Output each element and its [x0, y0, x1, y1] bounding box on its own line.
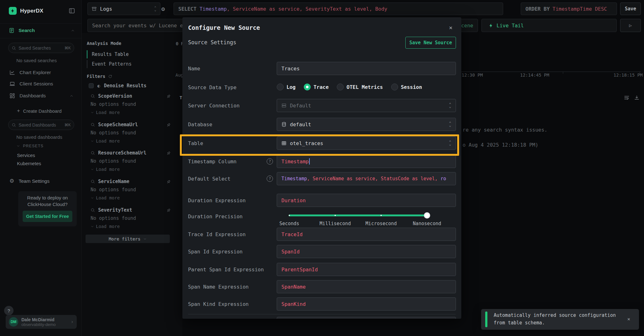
default-select-rest: , ServiceName as service, StatusCode as … — [307, 176, 440, 182]
pin-icon[interactable] — [166, 94, 171, 99]
load-more-button[interactable]: Load more — [91, 138, 175, 144]
clipped-input[interactable] — [277, 317, 456, 319]
table-select[interactable]: otel_traces ⌃⌄ — [277, 137, 456, 150]
radio-session[interactable]: Session — [391, 84, 422, 90]
mode-results-table[interactable]: Results Table — [87, 50, 129, 58]
sql-keyword: SELECT — [178, 6, 197, 12]
timeline-axis[interactable] — [461, 72, 641, 72]
filter-group-scopeversion: ScopeVersion No options found Load more — [91, 93, 175, 115]
span-kind-input[interactable]: SpanKind — [277, 297, 456, 311]
wrap-text-icon[interactable] — [624, 95, 630, 100]
toast-notification: Automatically inferred source configurat… — [481, 309, 639, 330]
load-more-label: Load more — [96, 224, 120, 229]
filter-group-name[interactable]: SeverityText — [98, 207, 132, 213]
span-name-input[interactable]: SpanName — [277, 280, 456, 293]
live-tail-button[interactable]: Live Tail — [481, 19, 617, 32]
save-button[interactable]: Save — [620, 3, 641, 15]
sql-select-input[interactable]: SELECT Timestamp, ServiceName as service… — [174, 3, 503, 15]
search-icon — [91, 122, 95, 127]
sidebar-item-client-sessions[interactable]: Client Sessions — [9, 81, 53, 87]
radio-trace[interactable]: Trace — [304, 84, 329, 90]
filter-group-name[interactable]: ScopeSchemaUrl — [98, 122, 138, 127]
load-more-button[interactable]: Load more — [91, 110, 175, 115]
filter-group-name[interactable]: ScopeVersion — [98, 93, 132, 99]
server-connection-select[interactable]: Default ⌃⌄ — [277, 99, 456, 112]
chevron-down-icon — [16, 144, 20, 148]
app-logo[interactable]: HyperDX — [9, 7, 43, 15]
load-more-button[interactable]: Load more — [91, 224, 175, 229]
download-icon[interactable] — [634, 95, 640, 100]
sidebar-item-dashboards[interactable]: Dashboards — [9, 93, 74, 99]
run-glyph: ▷ — [629, 23, 632, 28]
close-icon[interactable]: ✕ — [449, 24, 452, 31]
radio-log[interactable]: Log — [277, 84, 296, 90]
more-filters-button[interactable]: More filters — [86, 235, 170, 243]
hyperdx-logo-icon — [9, 7, 17, 15]
slider-mark — [380, 215, 382, 216]
trace-id-input[interactable]: TraceId — [277, 228, 456, 241]
denoise-row[interactable]: ◐ Denoise Results — [89, 83, 147, 89]
saved-dashboards-input[interactable]: Saved Dashboards ⌘K — [8, 120, 74, 130]
name-input[interactable]: Traces — [277, 62, 456, 75]
database-select[interactable]: default ⌃⌄ — [277, 118, 456, 131]
filter-group-name[interactable]: ServiceName — [98, 179, 129, 184]
radio-otel-metrics[interactable]: OTEL Metrics — [337, 84, 383, 90]
help-button[interactable]: ? — [4, 306, 14, 315]
cloud-card-line2: ClickHouse Cloud? — [18, 202, 77, 207]
chart-explorer-icon — [9, 70, 15, 75]
denoise-checkbox[interactable] — [89, 83, 94, 88]
timestamp-column-input[interactable]: Timestamp — [277, 155, 456, 168]
name-label: Name — [188, 66, 200, 72]
table-header-fragment: T — [180, 95, 182, 100]
load-more-button[interactable]: Load more — [91, 195, 175, 200]
load-more-label: Load more — [96, 138, 120, 144]
presets-toggle[interactable]: PRESETS — [16, 144, 43, 148]
default-select-input[interactable]: Timestamp, ServiceName as service, Statu… — [277, 172, 456, 185]
modal-title: Configure New Source — [188, 24, 260, 31]
save-new-source-button[interactable]: Save New Source — [405, 37, 456, 49]
parent-span-id-input[interactable]: ParentSpanId — [277, 263, 456, 276]
user-menu[interactable]: DM Dale McDiarmid observability-demo › — [6, 315, 77, 329]
plus-icon: + — [17, 108, 20, 114]
help-icon[interactable]: ? — [267, 176, 273, 182]
sidebar-item-chart-explorer[interactable]: Chart Explorer — [9, 70, 51, 75]
pin-icon[interactable] — [166, 151, 171, 155]
pin-icon[interactable] — [166, 208, 171, 213]
nav-label: Chart Explorer — [19, 70, 51, 75]
preset-item-kubernetes[interactable]: Kubernetes — [17, 161, 41, 166]
mode-event-patterns[interactable]: Event Patterns — [87, 60, 131, 68]
default-select-primary: Timestamp — [281, 176, 307, 182]
pin-icon[interactable] — [166, 179, 171, 184]
syntax-message-line1: re any search syntax issues. — [463, 127, 547, 133]
create-dashboard-button[interactable]: + Create Dashboard — [17, 108, 62, 114]
user-org: observability-demo — [21, 322, 56, 327]
load-more-button[interactable]: Load more — [91, 167, 175, 172]
source-select[interactable]: Logs ⌃⌄ — [87, 3, 160, 15]
search-icon — [91, 208, 95, 212]
slider-mark — [335, 215, 336, 216]
search-icon — [91, 151, 95, 155]
logs-source-icon — [92, 6, 97, 12]
toast-close-icon[interactable]: ✕ — [627, 316, 630, 322]
slider-thumb[interactable] — [424, 212, 430, 219]
sidebar-item-search[interactable]: Search — [9, 28, 75, 33]
duration-expression-input[interactable]: Duration — [277, 194, 456, 207]
pin-icon[interactable] — [166, 122, 171, 127]
saved-searches-input[interactable]: Saved Searches ⌘K — [8, 43, 74, 53]
duration-precision-slider[interactable] — [289, 214, 427, 216]
help-icon[interactable]: ? — [267, 158, 273, 165]
collapse-sidebar-icon[interactable] — [69, 8, 75, 14]
sidebar-item-team-settings[interactable]: ⚙ Team Settings — [9, 178, 49, 184]
timestamp-column-label: Timestamp Column — [188, 159, 236, 165]
gear-icon[interactable]: ⚙ — [161, 5, 165, 12]
filter-group-name[interactable]: ResourceSchemaUrl — [98, 150, 147, 156]
span-id-input[interactable]: SpanId — [277, 245, 456, 258]
preset-item-services[interactable]: Services — [17, 153, 35, 158]
sidebar: HyperDX Search Saved Searches ⌘K No save… — [0, 0, 82, 336]
run-query-button[interactable]: ▷ — [620, 19, 641, 32]
no-saved-dashboards-text: No saved dashboards — [16, 134, 62, 140]
chevron-updown-icon: ⌃⌄ — [154, 7, 156, 11]
refresh-icon[interactable] — [108, 74, 112, 79]
order-by-input[interactable]: ORDER BY TimestampTime DESC — [521, 3, 617, 15]
get-started-button[interactable]: Get Started for Free — [23, 211, 72, 222]
